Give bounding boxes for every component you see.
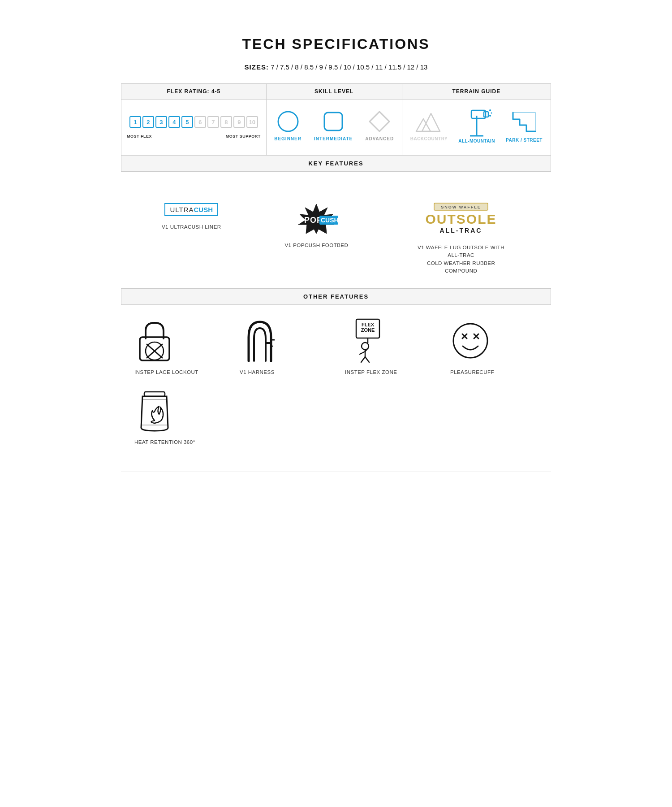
skill-level-cell: BEGINNER INTERMEDIATE ADVANC [266, 100, 402, 156]
svg-point-38 [453, 324, 487, 358]
skill-advanced: ADVANCED [365, 109, 394, 141]
page-title: TECH SPECIFICATIONS [121, 36, 551, 52]
other-feature-lace-lockout: INSTEP LACE LOCKOUT [125, 318, 231, 375]
skill-beginner: BEGINNER [274, 109, 302, 141]
flex-rating-cell: 1 2 3 4 5 6 7 8 9 10 MOST FLEX MOST SUPP… [121, 100, 267, 156]
other-feature-harness: V1 HARNESS [231, 318, 336, 375]
terrain-guide-cell: BACKCOUNTRY [402, 100, 551, 156]
feature-ultracush: ULTRACUSH V1 ULTRACUSH LINER [162, 203, 221, 231]
flex-num-8: 8 [220, 116, 232, 128]
beginner-label: BEGINNER [274, 136, 302, 141]
all-mountain-icon [463, 107, 490, 136]
bottom-divider [121, 472, 551, 472]
terrain-header: TERRAIN GUIDE [402, 84, 551, 100]
svg-text:OUTSOLE: OUTSOLE [426, 212, 497, 226]
flex-num-10: 10 [246, 116, 258, 128]
flex-zone-label: INSTEP FLEX ZONE [345, 369, 397, 375]
flex-num-6: 6 [194, 116, 206, 128]
flex-num-1: 1 [129, 116, 141, 128]
ultracush-label: V1 ULTRACUSH LINER [162, 223, 221, 231]
outsole-label: V1 WAFFLE LUG OUTSOLE WITH ALL-TRACCOLD … [412, 244, 510, 275]
terrain-backcountry: BACKCOUNTRY [410, 109, 448, 141]
svg-text:CUSH: CUSH [321, 217, 339, 224]
other-feature-flex-zone: FLEX ZONE INSTEP FLEX ZONE [336, 318, 441, 375]
popcush-logo: POP CUSH [287, 203, 345, 234]
skill-icons: BEGINNER INTERMEDIATE ADVANC [272, 109, 396, 141]
terrain-all-mountain: ALL-MOUNTAIN [458, 107, 495, 143]
sizes-label: SIZES: [245, 63, 269, 71]
other-features-grid: INSTEP LACE LOCKOUT V1 HARNESS FLEX ZONE [121, 305, 551, 454]
key-features-grid: ULTRACUSH V1 ULTRACUSH LINER POP CUSH V1… [121, 190, 551, 288]
specs-table: FLEX RATING: 4-5 SKILL LEVEL TERRAIN GUI… [121, 83, 551, 172]
flex-num-9: 9 [233, 116, 245, 128]
svg-point-11 [491, 113, 492, 114]
svg-line-36 [361, 357, 365, 362]
svg-marker-3 [422, 113, 440, 131]
intermediate-icon [321, 109, 345, 134]
other-feature-heat-retention: HEAT RETENTION 360° [125, 388, 231, 445]
ultracush-logo: ULTRACUSH [164, 203, 218, 216]
popcush-label: V1 POPCUSH FOOTBED [284, 242, 348, 249]
intermediate-label: INTERMEDIATE [314, 136, 353, 141]
heat-retention-icon [134, 388, 175, 433]
svg-point-12 [489, 115, 491, 117]
flex-num-3: 3 [155, 116, 167, 128]
key-features-header: KEY FEATURES [121, 156, 551, 172]
park-street-icon [511, 108, 538, 135]
flex-labels: MOST FLEX MOST SUPPORT [127, 134, 261, 139]
svg-text:SNOW WAFFLE: SNOW WAFFLE [441, 205, 481, 209]
terrain-icons: BACKCOUNTRY [408, 107, 545, 143]
advanced-label: ADVANCED [365, 136, 394, 141]
most-flex-label: MOST FLEX [127, 134, 152, 139]
pleasurecuff-label: PLEASURECUFF [450, 369, 494, 375]
flex-num-2: 2 [142, 116, 154, 128]
lace-lockout-label: INSTEP LACE LOCKOUT [134, 369, 198, 375]
flex-numbers: 1 2 3 4 5 6 7 8 9 10 [127, 116, 261, 128]
harness-icon [240, 318, 280, 363]
lace-lockout-icon [134, 318, 175, 363]
svg-marker-2 [370, 112, 389, 131]
pleasurecuff-icon [450, 318, 491, 363]
svg-text:ZONE: ZONE [361, 327, 375, 333]
backcountry-icon [415, 109, 442, 134]
outsole-logo: SNOW WAFFLE OUTSOLE ALL-TRAC [425, 203, 497, 237]
harness-label: V1 HARNESS [240, 369, 275, 375]
svg-line-37 [365, 357, 369, 362]
sizes-value: 7 / 7.5 / 8 / 8.5 / 9 / 9.5 / 10 / 10.5 … [271, 63, 427, 71]
most-support-label: MOST SUPPORT [226, 134, 261, 139]
svg-text:ALL-TRAC: ALL-TRAC [440, 227, 482, 234]
svg-rect-21 [140, 337, 169, 360]
feature-popcush: POP CUSH V1 POPCUSH FOOTBED [284, 203, 348, 249]
flex-zone-icon: FLEX ZONE [345, 318, 385, 363]
feature-outsole: SNOW WAFFLE OUTSOLE ALL-TRAC V1 WAFFLE L… [412, 203, 510, 275]
other-feature-pleasurecuff: PLEASURECUFF [441, 318, 547, 375]
svg-point-0 [278, 112, 298, 131]
svg-line-35 [360, 351, 365, 354]
flex-num-4: 4 [168, 116, 180, 128]
flex-num-7: 7 [207, 116, 219, 128]
beginner-icon [276, 109, 300, 134]
flex-num-5: 5 [181, 116, 193, 128]
svg-point-10 [489, 109, 491, 111]
skill-intermediate: INTERMEDIATE [314, 109, 353, 141]
svg-rect-1 [324, 113, 342, 130]
advanced-icon [367, 109, 392, 134]
all-mountain-label: ALL-MOUNTAIN [458, 139, 495, 143]
terrain-park-street: PARK / STREET [506, 108, 543, 143]
heat-retention-label: HEAT RETENTION 360° [134, 439, 195, 445]
ultra-text: ULTRA [170, 206, 194, 213]
park-street-label: PARK / STREET [506, 138, 543, 143]
svg-text:FLEX: FLEX [362, 322, 375, 327]
sizes-row: SIZES: 7 / 7.5 / 8 / 8.5 / 9 / 9.5 / 10 … [121, 63, 551, 71]
backcountry-label: BACKCOUNTRY [410, 136, 448, 141]
other-features-header: OTHER FEATURES [121, 288, 551, 305]
flex-header: FLEX RATING: 4-5 [121, 84, 267, 100]
skill-header: SKILL LEVEL [266, 84, 402, 100]
cush-text: CUSH [194, 206, 213, 213]
